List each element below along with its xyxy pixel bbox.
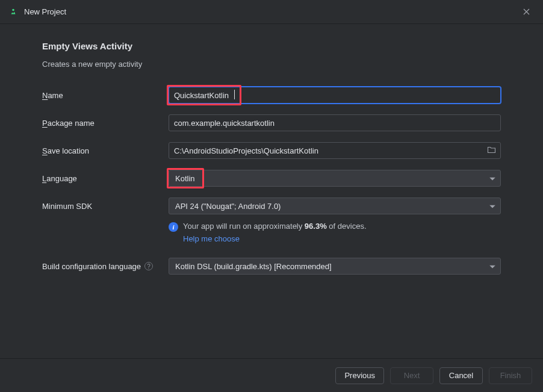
new-project-dialog: New Project Empty Views Activity Creates… — [0, 0, 543, 392]
row-min-sdk: Minimum SDK API 24 ("Nougat"; Android 7.… — [42, 198, 501, 214]
window-title: New Project — [24, 7, 518, 16]
label-build-config: Build configuration language ? — [42, 262, 169, 271]
svg-point-0 — [12, 8, 14, 11]
text-caret — [234, 90, 235, 99]
save-location-input[interactable] — [169, 142, 501, 159]
label-language: Language — [42, 174, 169, 183]
device-coverage-info: i Your app will run on approximately 96.… — [169, 222, 501, 232]
label-name: Name — [42, 91, 169, 100]
info-icon: i — [169, 222, 178, 232]
next-button: Next — [390, 367, 433, 384]
language-value: Kotlin — [175, 174, 195, 183]
chevron-down-icon — [489, 262, 495, 271]
chevron-down-icon — [489, 174, 495, 183]
row-language: Language Kotlin — [42, 170, 501, 187]
chevron-down-icon — [489, 202, 495, 211]
language-select[interactable]: Kotlin — [169, 170, 501, 187]
template-title: Empty Views Activity — [42, 41, 501, 51]
build-config-select[interactable]: Kotlin DSL (build.gradle.kts) [Recommend… — [169, 258, 501, 275]
name-field-wrap — [169, 87, 501, 104]
build-config-value: Kotlin DSL (build.gradle.kts) [Recommend… — [175, 262, 332, 271]
titlebar: New Project — [0, 0, 543, 24]
row-save-location: Save location — [42, 142, 501, 159]
dialog-footer: Previous Next Cancel Finish — [0, 358, 543, 392]
finish-button: Finish — [489, 367, 532, 384]
row-package: Package name — [42, 114, 501, 131]
content-area: Empty Views Activity Creates a new empty… — [0, 24, 543, 358]
close-icon — [523, 8, 530, 16]
browse-folder-button[interactable] — [487, 146, 496, 155]
help-icon[interactable]: ? — [144, 262, 153, 270]
row-name: Name — [42, 87, 501, 104]
row-build-config: Build configuration language ? Kotlin DS… — [42, 258, 501, 275]
device-coverage-text: Your app will run on approximately 96.3%… — [183, 222, 367, 231]
label-save-location: Save location — [42, 146, 169, 155]
label-min-sdk: Minimum SDK — [42, 202, 169, 211]
name-input[interactable] — [169, 87, 501, 104]
min-sdk-select[interactable]: API 24 ("Nougat"; Android 7.0) — [169, 198, 501, 214]
cancel-button[interactable]: Cancel — [439, 367, 483, 384]
package-input[interactable] — [169, 114, 501, 131]
template-description: Creates a new empty activity — [42, 60, 501, 69]
label-package: Package name — [42, 119, 169, 128]
help-me-choose-link[interactable]: Help me choose — [183, 234, 240, 243]
folder-icon — [487, 146, 496, 154]
previous-button[interactable]: Previous — [335, 367, 384, 384]
android-studio-icon — [8, 7, 18, 17]
min-sdk-value: API 24 ("Nougat"; Android 7.0) — [175, 202, 281, 211]
close-button[interactable] — [518, 4, 535, 20]
